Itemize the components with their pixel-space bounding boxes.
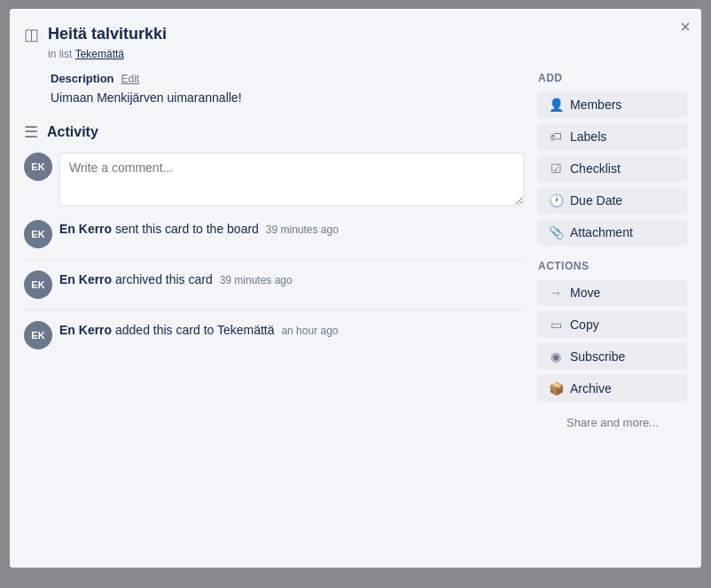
- description-header: Description Edit: [51, 72, 524, 85]
- activity-avatar: EK: [24, 321, 52, 349]
- copy-button[interactable]: ▭ Copy: [538, 311, 687, 338]
- attachment-button[interactable]: 📎 Attachment: [538, 219, 687, 246]
- activity-item: EK En Kerro added this card to Tekemättä…: [24, 321, 524, 360]
- labels-icon: 🏷: [549, 129, 563, 144]
- labels-button[interactable]: 🏷 Labels: [538, 123, 687, 150]
- comment-area: EK: [24, 153, 524, 206]
- activity-avatar: EK: [24, 270, 52, 299]
- card-icon: ◫: [24, 25, 39, 44]
- due-date-button[interactable]: 🕐 Due Date: [538, 187, 687, 214]
- card-title: Heitä talviturkki: [48, 23, 167, 45]
- description-section: Description Edit Uimaan Menkijärven uima…: [24, 72, 524, 105]
- activity-list: EK En Kerro sent this card to the board …: [24, 220, 524, 360]
- add-section-label: Add: [538, 72, 687, 84]
- edit-link[interactable]: Edit: [121, 73, 140, 85]
- activity-label: Activity: [47, 124, 98, 140]
- modal-overlay: × ◫ Heitä talviturkki in list Tekemättä: [0, 0, 711, 588]
- activity-time: 39 minutes ago: [266, 223, 339, 236]
- activity-text: En Kerro archived this card 39 minutes a…: [59, 270, 293, 289]
- copy-icon: ▭: [549, 318, 563, 332]
- members-icon: 👤: [549, 98, 563, 112]
- description-text: Uimaan Menkijärven uimarannalle!: [51, 90, 524, 105]
- modal-main: Description Edit Uimaan Menkijärven uima…: [24, 72, 524, 553]
- modal-body: Description Edit Uimaan Menkijärven uima…: [24, 72, 687, 553]
- activity-text: En Kerro added this card to Tekemättä an…: [59, 321, 339, 340]
- modal-title-area: Heitä talviturkki in list Tekemättä: [48, 23, 167, 61]
- archive-icon: 📦: [549, 381, 563, 396]
- activity-icon: ☰: [24, 122, 38, 142]
- due-date-icon: 🕐: [549, 193, 563, 208]
- close-button[interactable]: ×: [680, 18, 691, 35]
- list-link[interactable]: Tekemättä: [75, 48, 124, 60]
- activity-item: EK En Kerro archived this card 39 minute…: [24, 270, 524, 310]
- checklist-icon: ☑: [549, 161, 563, 176]
- modal-header: ◫ Heitä talviturkki in list Tekemättä: [24, 23, 687, 61]
- move-icon: →: [549, 286, 563, 300]
- move-button[interactable]: → Move: [538, 279, 687, 306]
- members-button[interactable]: 👤 Members: [538, 91, 687, 118]
- actions-section: Actions → Move ▭ Copy ◉ Subscribe �: [538, 260, 687, 429]
- checklist-button[interactable]: ☑ Checklist: [538, 155, 687, 182]
- description-label: Description: [51, 72, 114, 85]
- modal-sidebar: Add 👤 Members 🏷 Labels ☑ Checklist 🕐 Due…: [538, 72, 687, 553]
- activity-header: ☰ Activity: [24, 122, 524, 142]
- share-link[interactable]: Share and more...: [538, 416, 687, 429]
- subscribe-icon: ◉: [549, 349, 563, 364]
- activity-avatar: EK: [24, 220, 52, 248]
- in-list-text: in list Tekemättä: [48, 48, 124, 60]
- activity-section: ☰ Activity EK EK En Kerro: [24, 122, 524, 360]
- activity-text: En Kerro sent this card to the board 39 …: [59, 220, 339, 239]
- actions-section-label: Actions: [538, 260, 687, 272]
- attachment-icon: 📎: [549, 225, 563, 239]
- archive-button[interactable]: 📦 Archive: [538, 375, 687, 402]
- activity-time: 39 minutes ago: [220, 274, 293, 286]
- subscribe-button[interactable]: ◉ Subscribe: [538, 343, 687, 370]
- card-modal: × ◫ Heitä talviturkki in list Tekemättä: [10, 9, 701, 568]
- activity-time: an hour ago: [281, 325, 338, 337]
- comment-avatar: EK: [24, 153, 52, 181]
- activity-item: EK En Kerro sent this card to the board …: [24, 220, 524, 260]
- comment-input[interactable]: [59, 153, 524, 206]
